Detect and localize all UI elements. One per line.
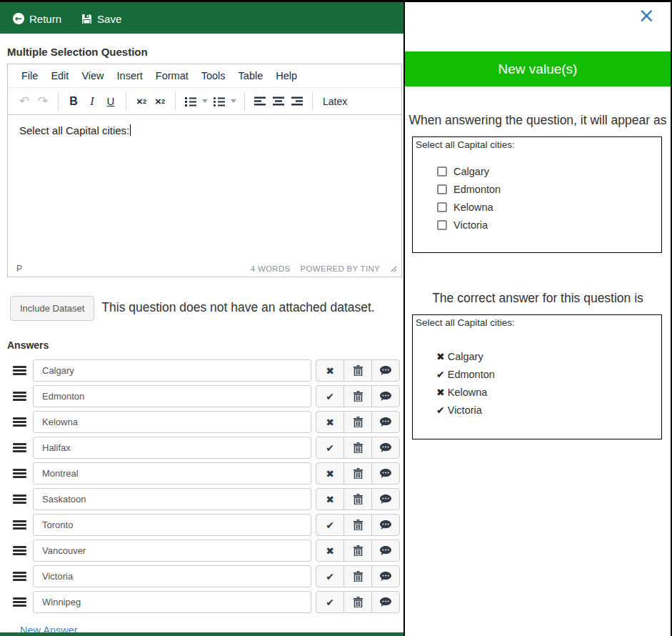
save-button[interactable]: Save [81, 13, 121, 25]
chevron-down-icon[interactable] [231, 99, 236, 103]
toggle-correct-button[interactable]: ✔ [316, 591, 344, 613]
toggle-correct-button[interactable]: ✔ [316, 437, 344, 459]
menu-help[interactable]: Help [269, 67, 304, 84]
x-mark-icon: ✖ [326, 494, 334, 505]
option-label: Kelowna [448, 387, 488, 398]
branding-link[interactable]: POWERED BY TINY [301, 264, 380, 273]
menu-file[interactable]: File [15, 67, 44, 84]
drag-handle-icon[interactable] [13, 495, 26, 504]
drag-handle-icon[interactable] [13, 546, 26, 555]
drag-handle-icon[interactable] [13, 469, 26, 478]
comment-answer-button[interactable] [371, 565, 400, 587]
toggle-correct-button[interactable]: ✔ [316, 514, 344, 536]
delete-answer-button[interactable] [343, 488, 372, 510]
answer-input[interactable] [33, 411, 311, 433]
toggle-correct-button[interactable]: ✔ [316, 385, 344, 407]
checkbox[interactable] [437, 220, 447, 230]
comment-answer-button[interactable] [371, 591, 400, 613]
bullet-list-icon[interactable] [210, 92, 229, 111]
x-mark-icon: ✖ [326, 417, 334, 428]
comment-answer-button[interactable] [371, 540, 400, 562]
trash-icon [353, 520, 363, 530]
bold-icon[interactable]: B [64, 92, 83, 111]
chevron-down-icon[interactable] [202, 99, 208, 103]
delete-answer-button[interactable] [343, 462, 372, 485]
answer-actions: ✖ [316, 488, 400, 510]
close-icon[interactable]: × [638, 6, 655, 26]
comment-answer-button[interactable] [371, 488, 400, 510]
italic-icon[interactable]: I [83, 92, 101, 111]
drag-handle-icon[interactable] [13, 392, 26, 401]
checkbox[interactable] [437, 202, 447, 212]
answer-actions: ✖ [316, 462, 400, 485]
answer-input[interactable] [33, 462, 311, 485]
delete-answer-button[interactable] [343, 591, 372, 613]
subscript-icon[interactable]: ×2 [151, 92, 169, 111]
toggle-incorrect-button[interactable]: ✖ [316, 540, 344, 562]
comment-answer-button[interactable] [371, 411, 400, 433]
checkbox[interactable] [437, 184, 447, 194]
menu-insert[interactable]: Insert [111, 67, 149, 84]
toggle-incorrect-button[interactable]: ✖ [316, 462, 344, 485]
comment-icon [380, 520, 391, 530]
align-right-icon[interactable] [288, 92, 306, 111]
window-top-border [0, 0, 672, 2]
menu-table[interactable]: Table [232, 67, 270, 84]
answer-input[interactable] [33, 591, 311, 613]
toggle-correct-button[interactable]: ✔ [316, 565, 344, 587]
redo-icon[interactable]: ↷ [34, 92, 52, 111]
trash-icon [353, 365, 363, 376]
answer-input[interactable] [33, 540, 311, 562]
question-text: Select all Capital cities: [19, 124, 129, 136]
toggle-incorrect-button[interactable]: ✖ [316, 359, 344, 382]
toggle-incorrect-button[interactable]: ✖ [316, 488, 344, 510]
ordered-list-icon[interactable] [181, 92, 200, 111]
comment-answer-button[interactable] [371, 462, 400, 485]
drag-handle-icon[interactable] [13, 520, 26, 530]
answer-input[interactable] [33, 385, 311, 407]
align-center-icon[interactable] [269, 92, 288, 111]
menu-tools[interactable]: Tools [195, 67, 232, 84]
comment-answer-button[interactable] [371, 514, 400, 536]
drag-handle-icon[interactable] [13, 366, 26, 375]
drag-handle-icon[interactable] [13, 417, 26, 427]
answer-input[interactable] [33, 488, 311, 510]
delete-answer-button[interactable] [343, 540, 372, 562]
drag-handle-icon[interactable] [13, 572, 26, 581]
align-left-icon[interactable] [251, 92, 269, 111]
delete-answer-button[interactable] [343, 514, 372, 536]
question-editor-column: ← Return Save Multiple Selection Questio… [0, 0, 403, 636]
editor-content-area[interactable]: Select all Capital cities: [8, 115, 401, 261]
drag-handle-icon[interactable] [13, 597, 26, 607]
menu-view[interactable]: View [75, 67, 110, 84]
checkbox[interactable] [437, 167, 447, 177]
latex-button[interactable]: Latex [319, 92, 351, 111]
menu-format[interactable]: Format [149, 67, 195, 84]
trash-icon [353, 468, 363, 479]
superscript-icon[interactable]: ×2 [132, 92, 151, 111]
comment-answer-button[interactable] [371, 359, 400, 382]
include-dataset-button[interactable]: Include Dataset [10, 296, 94, 321]
return-button[interactable]: ← Return [13, 13, 61, 25]
toggle-incorrect-button[interactable]: ✖ [316, 411, 344, 433]
delete-answer-button[interactable] [343, 411, 372, 433]
drag-handle-icon[interactable] [13, 443, 26, 452]
option-label: Kelowna [453, 202, 493, 213]
delete-answer-button[interactable] [343, 385, 372, 407]
answer-input[interactable] [33, 359, 311, 382]
undo-icon[interactable]: ↶ [15, 92, 34, 111]
comment-answer-button[interactable] [371, 437, 400, 459]
editor-statusbar: P 4 WORDS POWERED BY TINY [8, 261, 401, 277]
comment-answer-button[interactable] [371, 385, 400, 407]
answer-input[interactable] [33, 565, 311, 587]
delete-answer-button[interactable] [343, 359, 372, 382]
answer-input[interactable] [33, 437, 311, 459]
underline-icon[interactable]: U [101, 92, 120, 111]
menu-edit[interactable]: Edit [44, 67, 75, 84]
answer-input[interactable] [33, 514, 311, 536]
resize-grip-icon[interactable] [390, 265, 397, 272]
option-label: Victoria [453, 219, 488, 231]
delete-answer-button[interactable] [343, 565, 372, 587]
delete-answer-button[interactable] [343, 437, 372, 459]
x-mark-icon: ✖ [326, 545, 334, 557]
